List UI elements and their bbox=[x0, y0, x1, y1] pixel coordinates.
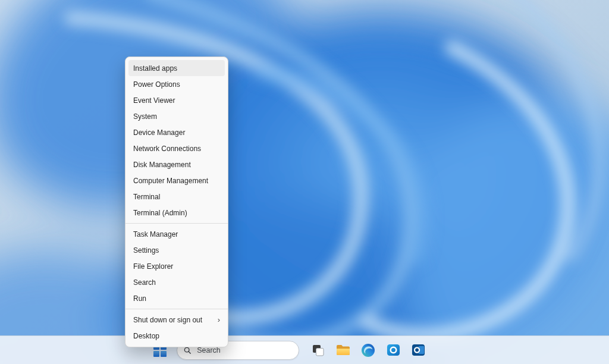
menu-item-label: Event Viewer bbox=[133, 96, 175, 105]
menu-item-label: File Explorer bbox=[133, 262, 173, 271]
menu-item-terminal[interactable]: Terminal bbox=[128, 189, 225, 205]
menu-item-label: Installed apps bbox=[133, 64, 177, 73]
menu-item-search[interactable]: Search bbox=[128, 274, 225, 290]
outlook-classic-button[interactable] bbox=[407, 339, 429, 362]
menu-item-desktop[interactable]: Desktop bbox=[128, 328, 225, 344]
menu-item-file-explorer[interactable]: File Explorer bbox=[128, 258, 225, 274]
chevron-right-icon: › bbox=[218, 316, 220, 324]
menu-item-computer-management[interactable]: Computer Management bbox=[128, 172, 225, 189]
menu-item-label: System bbox=[133, 112, 157, 121]
edge-icon bbox=[361, 343, 375, 357]
outlook-new-icon bbox=[387, 343, 400, 357]
outlook-new-button[interactable] bbox=[382, 339, 404, 362]
menu-item-label: Search bbox=[133, 278, 156, 287]
menu-item-power-options[interactable]: Power Options bbox=[128, 76, 225, 92]
menu-item-label: Run bbox=[133, 294, 146, 303]
menu-item-label: Network Connections bbox=[133, 145, 201, 153]
menu-item-label: Settings bbox=[133, 246, 159, 255]
outlook-classic-icon bbox=[412, 343, 425, 357]
menu-item-label: Desktop bbox=[133, 332, 159, 340]
menu-item-label: Disk Management bbox=[133, 161, 191, 169]
desktop: Installed apps Power Options Event Viewe… bbox=[0, 0, 609, 364]
menu-item-shut-down-or-sign-out[interactable]: Shut down or sign out › bbox=[128, 312, 225, 328]
menu-item-label: Computer Management bbox=[133, 177, 208, 185]
file-explorer-button[interactable] bbox=[332, 339, 354, 362]
menu-item-label: Device Manager bbox=[133, 128, 185, 137]
menu-item-label: Terminal (Admin) bbox=[133, 209, 187, 217]
menu-item-terminal-admin[interactable]: Terminal (Admin) bbox=[128, 205, 225, 221]
menu-item-installed-apps[interactable]: Installed apps bbox=[128, 60, 225, 76]
menu-item-settings[interactable]: Settings bbox=[128, 242, 225, 258]
edge-button[interactable] bbox=[357, 339, 379, 362]
task-view-icon bbox=[312, 344, 325, 357]
menu-item-device-manager[interactable]: Device Manager bbox=[128, 124, 225, 140]
menu-item-disk-management[interactable]: Disk Management bbox=[128, 156, 225, 172]
task-view-button[interactable] bbox=[307, 339, 329, 362]
taskbar bbox=[0, 335, 609, 364]
menu-item-label: Terminal bbox=[133, 193, 160, 201]
menu-item-label: Power Options bbox=[133, 80, 180, 89]
menu-item-run[interactable]: Run bbox=[128, 290, 225, 306]
menu-item-network-connections[interactable]: Network Connections bbox=[128, 140, 225, 156]
start-context-menu: Installed apps Power Options Event Viewe… bbox=[125, 57, 228, 347]
menu-separator bbox=[125, 223, 228, 224]
menu-item-system[interactable]: System bbox=[128, 108, 225, 124]
menu-item-task-manager[interactable]: Task Manager bbox=[128, 226, 225, 242]
file-explorer-icon bbox=[336, 344, 350, 356]
menu-item-event-viewer[interactable]: Event Viewer bbox=[128, 92, 225, 108]
menu-item-label: Task Manager bbox=[133, 230, 178, 239]
wallpaper bbox=[0, 0, 609, 364]
menu-item-label: Shut down or sign out bbox=[133, 316, 202, 324]
menu-separator bbox=[125, 309, 228, 309]
